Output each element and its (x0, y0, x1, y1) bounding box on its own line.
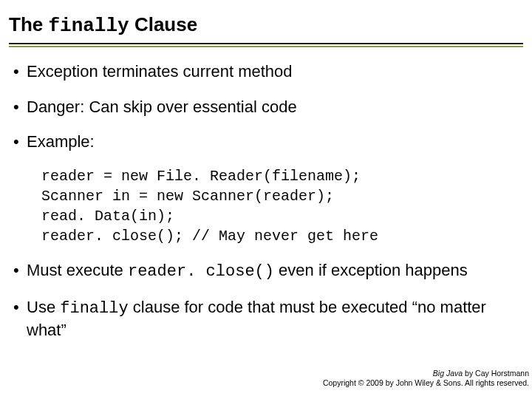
footer-attribution: Big Java by Cay Horstmann Copyright © 20… (323, 369, 529, 389)
inline-code: finally (60, 299, 128, 318)
bullet-text: Danger: Can skip over essential code (27, 98, 297, 116)
bullet-text: Must execute (27, 261, 128, 279)
list-item: Use finally clause for code that must be… (13, 296, 523, 341)
footer-line1: Big Java by Cay Horstmann (323, 369, 529, 379)
bullet-list-2: Must execute reader. close() even if exc… (9, 259, 523, 341)
list-item: Danger: Can skip over essential code (13, 96, 523, 118)
title-pre: The (9, 13, 48, 35)
author: by Cay Horstmann (463, 369, 529, 378)
slide-title: The finally Clause (9, 13, 523, 41)
bullet-list: Exception terminates current method Dang… (9, 61, 523, 153)
title-post: Clause (129, 13, 198, 35)
bullet-text: even if exception happens (274, 261, 468, 279)
bullet-text: Exception terminates current method (27, 62, 293, 81)
divider-olive (9, 46, 523, 47)
inline-code: reader. close() (128, 262, 274, 281)
list-item: Example: (13, 131, 523, 153)
code-example: reader = new File. Reader(filename); Sca… (41, 166, 523, 246)
bullet-text: Example: (27, 132, 95, 151)
book-title: Big Java (433, 369, 463, 378)
title-keyword: finally (48, 15, 129, 37)
copyright: Copyright © 2009 by John Wiley & Sons. A… (323, 378, 529, 389)
list-item: Exception terminates current method (13, 61, 523, 83)
list-item: Must execute reader. close() even if exc… (13, 259, 523, 283)
divider-dark (9, 43, 523, 44)
bullet-text: Use (27, 298, 60, 316)
